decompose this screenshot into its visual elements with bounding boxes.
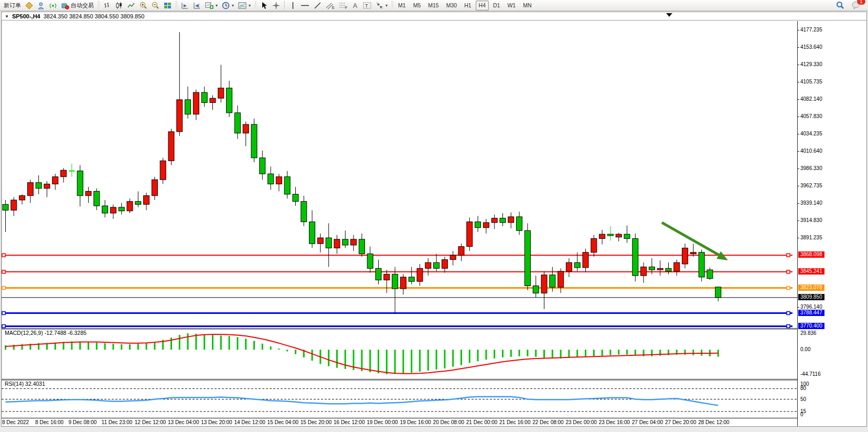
candle-body (467, 222, 473, 247)
text-label-tool-icon[interactable]: T (361, 0, 373, 10)
candle-body (227, 88, 232, 113)
chart-ohlc-values: 3824.350 3824.850 3804.550 3809.850 (44, 13, 145, 19)
channel-tool-icon[interactable]: E (324, 0, 337, 10)
price-line-tag: 3788.447 (798, 310, 824, 316)
time-axis-label: 27 Dec 04:00 (632, 419, 663, 425)
candle-body (144, 196, 149, 205)
dropdown-arrow-icon: ▾ (249, 3, 251, 8)
new-order-label: 新订单 (4, 2, 21, 9)
new-chart-button[interactable]: ▾ (203, 0, 220, 10)
candle-body (517, 217, 522, 230)
price-axis-tick: 4105.735 (800, 79, 822, 85)
candle-body (293, 194, 298, 202)
periods-button[interactable]: ▾ (220, 0, 236, 10)
chart-collapse-icon[interactable]: ▼ (5, 14, 9, 19)
market-watch-icon[interactable] (23, 0, 35, 10)
time-axis-label: 21 Dec 16:00 (499, 419, 531, 425)
candle-body (550, 275, 555, 288)
timeframe-button-h4[interactable]: H4 (476, 1, 489, 10)
price-line-tag: 3823.078 (798, 285, 824, 291)
candle-body (127, 202, 133, 211)
line-handle[interactable] (2, 312, 5, 315)
fibonacci-tool-icon[interactable]: F (337, 0, 350, 10)
line-handle[interactable] (2, 287, 5, 290)
time-axis-label: 13 Dec 20:00 (201, 419, 232, 425)
dropdown-arrow-icon: ▾ (385, 3, 388, 8)
candle-body (533, 286, 539, 293)
accounts-icon[interactable] (35, 0, 47, 10)
candle-body (657, 268, 663, 270)
timeframe-button-d1[interactable]: D1 (490, 1, 503, 10)
price-chart-canvas[interactable] (2, 21, 797, 328)
text-tool-icon[interactable]: A (350, 0, 361, 10)
candle-body (558, 271, 564, 287)
toolbar-grip (391, 1, 393, 9)
zoom-in-icon[interactable] (137, 0, 149, 10)
price-axis-tick: 4177.235 (800, 27, 822, 33)
step-back-icon[interactable] (179, 0, 191, 10)
price-axis-tick: 4057.830 (800, 113, 822, 119)
candle-body (152, 180, 157, 195)
dropdown-arrow-icon: ▾ (216, 3, 218, 8)
timeframe-button-m30[interactable]: M30 (443, 1, 460, 10)
timeframe-button-m5[interactable]: M5 (410, 1, 424, 10)
zoom-out-icon[interactable] (149, 0, 162, 10)
candle-body (392, 274, 398, 289)
candle-body (334, 239, 340, 248)
line-handle[interactable] (787, 270, 790, 273)
timeframe-button-h1[interactable]: H1 (461, 1, 474, 10)
candle-body (442, 260, 447, 269)
candle-body (541, 275, 547, 293)
scroll-to-end-marker[interactable] (666, 13, 672, 17)
vertical-line-tool-icon[interactable] (287, 0, 298, 10)
horizontal-line-tool-icon[interactable] (298, 0, 312, 10)
candle-body (491, 218, 497, 223)
timeframe-button-m15[interactable]: M15 (425, 1, 442, 10)
pane-divider (2, 329, 797, 330)
line-handle[interactable] (2, 254, 5, 257)
timeframe-button-m1[interactable]: M1 (395, 1, 409, 10)
line-handle[interactable] (787, 287, 790, 290)
templates-button[interactable]: ▾ (236, 0, 253, 10)
toolbar-grip (175, 1, 177, 9)
line-handle[interactable] (787, 254, 790, 257)
time-axis-label: 15 Dec 20:00 (301, 419, 332, 425)
price-axis-tick: 3796.140 (800, 304, 822, 310)
timeframe-button-w1[interactable]: W1 (504, 1, 519, 10)
svg-text:E: E (332, 6, 335, 9)
candle-body (607, 234, 613, 236)
candle-body (135, 202, 141, 205)
line-handle[interactable] (787, 325, 790, 328)
crosshair-tool-icon[interactable] (270, 0, 282, 10)
line-handle[interactable] (787, 312, 790, 315)
arrows-tool-button[interactable]: ▾ (373, 0, 390, 10)
line-chart-mode-icon[interactable] (125, 0, 137, 10)
trendline-tool-icon[interactable] (312, 0, 324, 10)
notifications-button[interactable]: 1 (850, 0, 863, 10)
candle-body (11, 200, 17, 210)
rsi-indicator-canvas[interactable] (2, 380, 797, 418)
search-icon[interactable] (834, 0, 846, 10)
rsi-line (6, 397, 719, 405)
candle-body (260, 158, 265, 174)
candle-body (400, 277, 406, 289)
candle-body (52, 177, 58, 184)
timeframe-button-mn[interactable]: MN (520, 1, 534, 10)
candle-body (284, 177, 290, 194)
signal-icon[interactable] (47, 0, 59, 10)
candle-body (715, 287, 721, 298)
auto-trading-label: 自动交易 (71, 2, 94, 9)
auto-trading-button[interactable]: 自动交易 (59, 0, 96, 10)
tile-windows-icon[interactable] (162, 0, 174, 10)
candlestick-mode-icon[interactable] (113, 0, 125, 10)
macd-indicator-canvas[interactable] (2, 329, 797, 378)
candle-body (500, 218, 506, 223)
line-handle[interactable] (2, 325, 5, 328)
candle-body (234, 113, 240, 133)
bar-chart-mode-icon[interactable] (101, 0, 113, 10)
cursor-tool-icon[interactable] (258, 0, 270, 10)
line-handle[interactable] (2, 270, 5, 273)
new-order-button[interactable]: 新订单 (2, 0, 23, 10)
step-forward-icon[interactable] (191, 0, 203, 10)
price-axis-tick: 4153.640 (800, 44, 822, 50)
